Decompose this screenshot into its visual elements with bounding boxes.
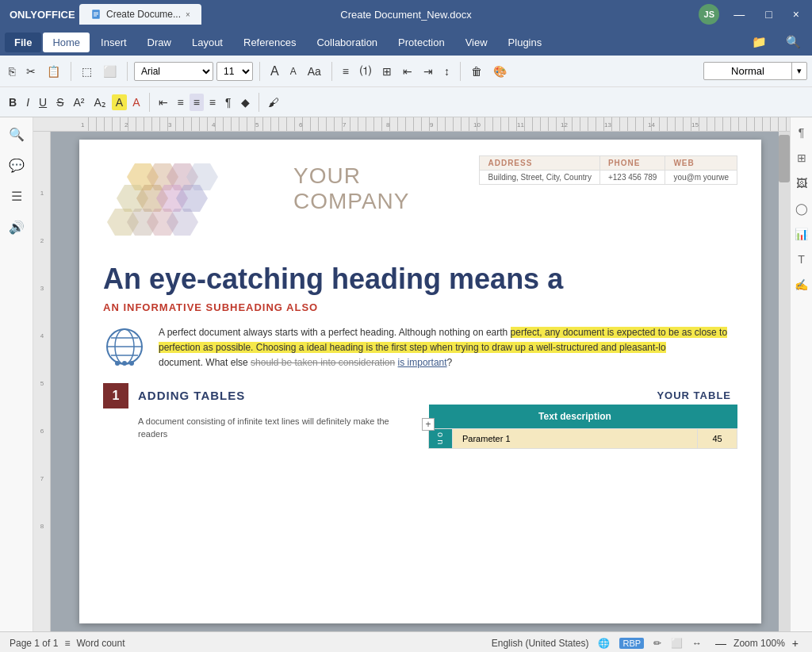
svg-text:8: 8 xyxy=(40,523,44,530)
clear-format-button[interactable]: 🗑 xyxy=(467,63,486,80)
copy-style-button[interactable]: 🖌 xyxy=(264,94,283,111)
indent-increase-button[interactable]: ⇥ xyxy=(419,63,437,80)
title-bar-left: O ONLYOFFICE Create Docume... × xyxy=(6,4,201,25)
page-wrapper: YOUR COMPANY ADDRESS PHONE WEB Building,… xyxy=(51,132,790,631)
font-family-selector[interactable]: Arial xyxy=(134,62,213,81)
table-add-button[interactable]: + xyxy=(422,418,435,431)
globe-status-icon[interactable]: 🌐 xyxy=(598,638,610,649)
case-button[interactable]: Aa xyxy=(304,63,325,80)
user-avatar[interactable]: JS xyxy=(699,4,719,25)
right-text-icon[interactable]: T xyxy=(795,251,807,268)
menu-plugins[interactable]: Plugins xyxy=(499,33,552,52)
right-signature-icon[interactable]: ✍ xyxy=(792,276,810,293)
review-icon[interactable]: ✏ xyxy=(653,638,661,649)
menu-home[interactable]: Home xyxy=(43,33,90,52)
svg-text:7: 7 xyxy=(343,121,347,128)
svg-text:6: 6 xyxy=(40,428,44,435)
separator1 xyxy=(71,62,71,81)
svg-text:12: 12 xyxy=(561,121,568,128)
fit-page-icon[interactable]: ⬜ xyxy=(671,638,683,649)
style-dropdown-arrow[interactable]: ▾ xyxy=(791,63,806,79)
multilevel-button[interactable]: ⊞ xyxy=(378,63,396,80)
menu-file[interactable]: File xyxy=(5,33,41,52)
body-text-link[interactable]: is important xyxy=(398,357,447,368)
page-heading: An eye-catching heading means a xyxy=(79,251,761,300)
menu-collaboration[interactable]: Collaboration xyxy=(307,33,387,52)
zoom-control: — Zoom 100% + xyxy=(711,635,802,652)
subscript-button[interactable]: A₂ xyxy=(90,94,109,111)
right-chart-icon[interactable]: 📊 xyxy=(792,225,810,243)
active-tab[interactable]: Create Docume... × xyxy=(79,4,201,25)
line-spacing-button[interactable]: ↕ xyxy=(440,63,454,80)
fit-width-icon[interactable]: ↔ xyxy=(692,638,702,649)
menu-references[interactable]: References xyxy=(234,33,305,52)
right-shape-icon[interactable]: ◯ xyxy=(793,200,810,217)
align-right-button[interactable]: ≡ xyxy=(190,94,204,111)
decrease-font-button[interactable]: A xyxy=(286,63,301,79)
font-color-button[interactable]: A xyxy=(128,94,144,111)
body-text-question: ? xyxy=(447,357,453,368)
scroll-thumb[interactable] xyxy=(779,135,790,182)
clone-button[interactable]: ⬚ xyxy=(78,63,96,80)
vertical-scrollbar[interactable] xyxy=(779,132,790,631)
bold-button[interactable]: B xyxy=(5,94,21,111)
font-size-selector[interactable]: 11 xyxy=(216,62,253,81)
close-window-button[interactable]: × xyxy=(787,6,806,22)
menu-draw[interactable]: Draw xyxy=(138,33,181,52)
spell-check-icon[interactable]: RBP xyxy=(619,638,644,649)
tab-close-button[interactable]: × xyxy=(186,10,190,19)
zoom-label: Zoom 100% xyxy=(733,638,785,649)
zoom-out-button[interactable]: — xyxy=(711,635,730,652)
svg-text:7: 7 xyxy=(40,475,44,482)
strikethrough-button[interactable]: S xyxy=(52,94,67,111)
right-paragraph-icon[interactable]: ¶ xyxy=(796,124,807,141)
shading-button[interactable]: 🎨 xyxy=(489,63,511,80)
style-dropdown[interactable]: Normal ▾ xyxy=(703,62,807,80)
svg-text:8: 8 xyxy=(386,121,390,128)
numbering-button[interactable]: ⑴ xyxy=(356,62,375,81)
svg-text:9: 9 xyxy=(430,121,434,128)
table-header-col3 xyxy=(698,405,737,429)
maximize-button[interactable]: □ xyxy=(759,6,778,22)
svg-text:2: 2 xyxy=(40,237,44,244)
speaker-icon[interactable]: 🔊 xyxy=(6,217,28,238)
minimize-button[interactable]: — xyxy=(727,6,751,22)
menu-view[interactable]: View xyxy=(456,33,497,52)
superscript-button[interactable]: A² xyxy=(69,94,88,111)
indent-decrease-button[interactable]: ⇤ xyxy=(399,63,416,80)
editor-area: 1 2 3 4 5 6 7 8 9 10 11 12 13 14 xyxy=(33,117,790,631)
select-all-button[interactable]: ⬜ xyxy=(99,63,121,80)
paragraph-button[interactable]: ¶ xyxy=(221,94,236,111)
highlight-button[interactable]: A xyxy=(112,94,127,110)
color-fill-button[interactable]: ◆ xyxy=(237,94,254,111)
increase-font-button[interactable]: A xyxy=(266,62,283,81)
doc-table: Text description o n Parameter 1 xyxy=(428,405,737,449)
right-image-icon[interactable]: 🖼 xyxy=(794,175,810,192)
zoom-in-button[interactable]: + xyxy=(788,635,802,652)
comment-icon[interactable]: 💬 xyxy=(6,155,28,176)
underline-button[interactable]: U xyxy=(35,94,51,111)
status-bar: Page 1 of 1 ≡ Word count English (United… xyxy=(0,631,812,652)
italic-button[interactable]: I xyxy=(22,94,33,111)
paste-button[interactable]: 📋 xyxy=(43,63,64,80)
svg-text:14: 14 xyxy=(648,121,655,128)
align-center-button[interactable]: ≡ xyxy=(174,94,188,111)
menu-protection[interactable]: Protection xyxy=(389,33,454,52)
word-count-label[interactable]: Word count xyxy=(76,638,124,649)
open-file-icon[interactable]: 📁 xyxy=(745,32,773,52)
copy-button[interactable]: ⎘ xyxy=(5,63,19,80)
language-label[interactable]: English (United States) xyxy=(492,638,589,649)
align-left-button[interactable]: ⇤ xyxy=(155,94,172,111)
menu-layout[interactable]: Layout xyxy=(182,33,232,52)
menu-insert[interactable]: Insert xyxy=(91,33,136,52)
justify-button[interactable]: ≡ xyxy=(205,94,220,111)
right-table-icon[interactable]: ⊞ xyxy=(795,149,809,167)
body-text-end: document. What else xyxy=(159,357,251,368)
bullets-button[interactable]: ≡ xyxy=(339,63,353,80)
cut-button[interactable]: ✂ xyxy=(22,63,40,80)
svg-text:1: 1 xyxy=(40,190,44,197)
search-menu-icon[interactable]: 🔍 xyxy=(779,32,807,52)
find-icon[interactable]: 🔍 xyxy=(6,124,28,145)
paragraph-marks-icon[interactable]: ☰ xyxy=(8,186,25,207)
svg-point-46 xyxy=(115,361,120,366)
